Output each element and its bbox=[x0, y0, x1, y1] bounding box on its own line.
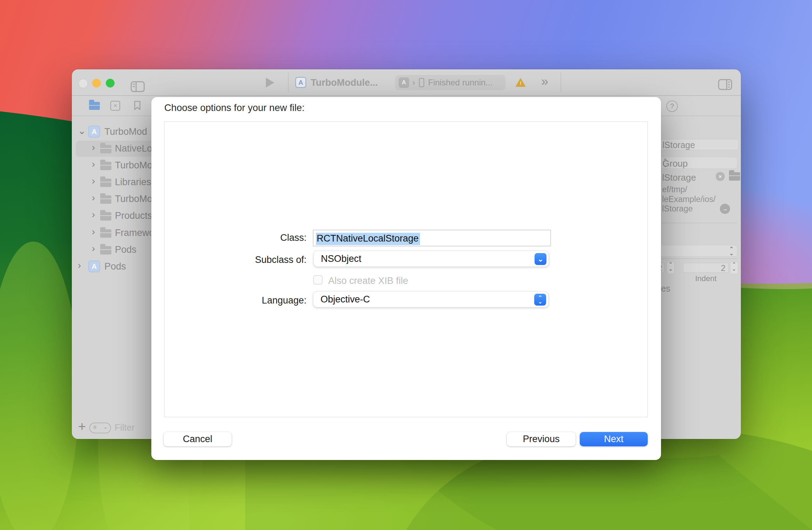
folder-icon bbox=[100, 179, 111, 187]
toolbar-divider bbox=[288, 72, 289, 92]
chevron-right-icon[interactable]: › bbox=[92, 226, 95, 237]
sidebar-item-label: Pods bbox=[115, 244, 137, 255]
inspector-name-field[interactable]: lStorage bbox=[653, 139, 739, 150]
inspector-divider bbox=[662, 258, 737, 259]
bookmark-navigator-tab-icon[interactable] bbox=[134, 100, 141, 112]
build-status-text: Finished runnin... bbox=[428, 75, 493, 90]
xib-checkbox[interactable] bbox=[313, 275, 323, 285]
indent-label: Indent bbox=[683, 274, 729, 283]
choose-folder-icon[interactable] bbox=[729, 172, 740, 181]
sidebar-item-label: Framewo bbox=[115, 228, 154, 238]
appstore-icon: A bbox=[88, 260, 100, 272]
class-label: Class: bbox=[207, 232, 307, 243]
chevron-right-icon[interactable]: › bbox=[92, 142, 95, 153]
previous-button[interactable]: Previous bbox=[507, 432, 576, 446]
project-navigator-tab-icon[interactable] bbox=[89, 102, 100, 110]
chevron-up-down-icon: ⌃⌄ bbox=[729, 246, 734, 256]
sidebar-item-label: TurboMod bbox=[104, 126, 147, 137]
toolbar-overflow-icon[interactable]: » bbox=[541, 74, 548, 89]
appstore-icon: A bbox=[88, 126, 100, 138]
clear-icon[interactable]: ✕ bbox=[716, 172, 725, 181]
selected-text: RCTNativeLocalStorage bbox=[316, 233, 420, 245]
subclass-combobox[interactable]: NSObject ⌄ bbox=[314, 251, 549, 267]
warning-icon[interactable]: ! bbox=[516, 78, 525, 89]
chevron-right-icon[interactable]: › bbox=[92, 209, 95, 220]
class-input[interactable]: RCTNativeLocalStorage bbox=[313, 230, 551, 246]
run-button[interactable] bbox=[266, 78, 274, 88]
inspector-location-text: lStorage bbox=[662, 172, 696, 183]
folder-icon bbox=[100, 246, 111, 254]
svg-text:!: ! bbox=[520, 81, 522, 86]
scheme-app-icon: A bbox=[399, 77, 409, 88]
filter-icon[interactable]: ≡ ⌄ bbox=[89, 423, 111, 433]
sidebar-item-label: NativeLo bbox=[115, 143, 152, 154]
folder-icon bbox=[100, 162, 111, 170]
indent-width-field[interactable]: 2 bbox=[683, 263, 729, 273]
sidebar-item-label: Pods bbox=[104, 261, 126, 272]
dialog-title: Choose options for your new file: bbox=[164, 102, 305, 113]
inspector-divider bbox=[662, 223, 737, 223]
folder-icon bbox=[100, 195, 111, 204]
chevron-right-icon[interactable]: › bbox=[92, 159, 95, 170]
cancel-button[interactable]: Cancel bbox=[164, 432, 232, 446]
chevron-up-down-icon: ⌃⌄ bbox=[662, 158, 668, 167]
traffic-zoom-button[interactable] bbox=[106, 79, 115, 88]
toggle-inspector-icon[interactable] bbox=[718, 79, 732, 90]
appstore-icon: A bbox=[295, 77, 306, 88]
subclass-label: Subclass of: bbox=[207, 254, 307, 265]
inspector-text-fragment: es bbox=[661, 284, 670, 294]
toolbar-divider bbox=[72, 95, 741, 96]
chevron-up-down-icon[interactable]: ⌃⌄ bbox=[534, 294, 546, 306]
language-label: Language: bbox=[207, 295, 307, 306]
folder-icon bbox=[100, 212, 111, 221]
sidebar-item-label: Products bbox=[115, 210, 152, 221]
toolbar-divider bbox=[560, 72, 561, 92]
chevron-right-icon[interactable]: › bbox=[78, 260, 81, 271]
filter-input[interactable]: Filter bbox=[115, 422, 135, 433]
scheme-status-pill[interactable]: A › Finished runnin... bbox=[395, 75, 505, 90]
xib-checkbox-label: Also create XIB file bbox=[328, 276, 408, 286]
inspector-full-path: ef/tmp/ leExample/ios/ lStorage bbox=[662, 185, 723, 214]
traffic-close-button[interactable] bbox=[78, 79, 88, 88]
new-file-options-dialog: Choose options for your new file: Class:… bbox=[151, 97, 661, 460]
traffic-minimize-button[interactable] bbox=[92, 79, 101, 88]
chevron-right-icon[interactable]: › bbox=[92, 243, 95, 254]
chevron-right-icon[interactable]: › bbox=[92, 192, 95, 203]
sidebar-item-label: TurboMo bbox=[115, 194, 152, 204]
project-title[interactable]: TurboModule... bbox=[311, 77, 378, 88]
chevron-down-icon[interactable]: ⌄ bbox=[78, 125, 86, 137]
help-icon[interactable]: ? bbox=[666, 100, 678, 112]
folder-icon bbox=[100, 229, 111, 238]
sidebar-item-label: Libraries bbox=[115, 177, 151, 188]
language-popup[interactable]: Objective-C ⌃⌄ bbox=[313, 291, 549, 307]
inspector-type-select[interactable]: Group ⌃⌄ bbox=[653, 157, 737, 169]
open-arrow-icon[interactable]: → bbox=[720, 204, 730, 214]
toggle-navigator-icon[interactable] bbox=[131, 81, 145, 92]
chevron-down-icon[interactable]: ⌄ bbox=[535, 253, 546, 265]
inspector-text-settings-select[interactable]: ⌃⌄ bbox=[653, 245, 737, 257]
iphone-icon bbox=[419, 78, 424, 87]
add-button[interactable]: + bbox=[78, 419, 86, 434]
chevron-right-icon: › bbox=[412, 78, 415, 88]
dialog-content-panel bbox=[164, 121, 648, 417]
indent-width-stepper[interactable]: ⌃⌄ bbox=[730, 261, 738, 274]
chevron-right-icon[interactable]: › bbox=[92, 175, 95, 187]
symbols-navigator-tab-icon[interactable]: ✕ bbox=[110, 101, 120, 111]
next-button[interactable]: Next bbox=[580, 432, 648, 446]
sidebar-item-label: TurboMo bbox=[115, 160, 152, 171]
tab-width-stepper[interactable]: ⌃⌄ bbox=[667, 261, 675, 274]
folder-icon bbox=[100, 145, 111, 153]
